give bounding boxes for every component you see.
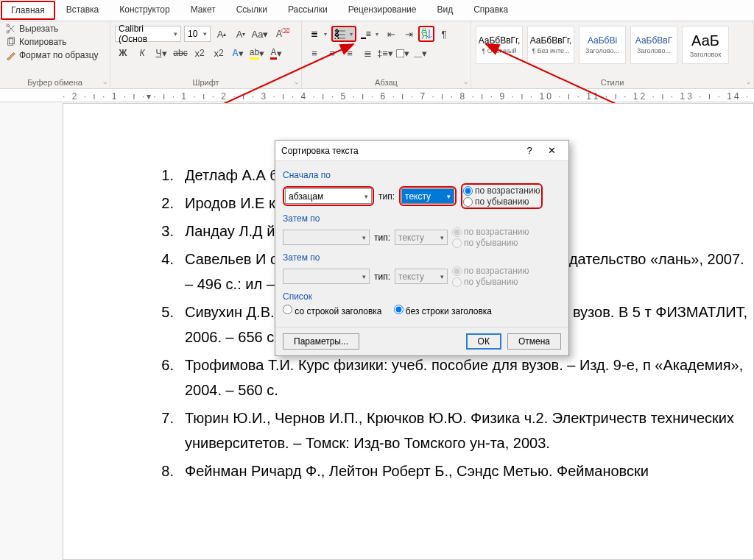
bold-button[interactable]: Ж xyxy=(115,45,131,61)
bullets-button[interactable]: ≣▾ xyxy=(306,26,330,42)
list-item[interactable]: Трофимова Т.И. Курс физики: учеб. пособи… xyxy=(141,352,753,403)
numbering-icon: 123 xyxy=(333,29,348,39)
clipboard-group-label: Буфер обмена xyxy=(4,78,105,88)
desc-radio-1[interactable]: по убыванию xyxy=(463,196,540,207)
format-label: Формат по образцу xyxy=(19,50,99,60)
text-effects-button[interactable]: A▾ xyxy=(230,45,246,61)
style-title[interactable]: АаБЗаголовок xyxy=(682,26,729,64)
asc-radio-1[interactable]: по возрастанию xyxy=(463,185,540,196)
type-label-2: тип: xyxy=(374,233,390,243)
highlight-button[interactable]: ab▾ xyxy=(249,45,265,61)
font-size-value: 10 xyxy=(188,29,197,39)
tab-refs[interactable]: Ссылки xyxy=(226,0,278,21)
clear-format-button[interactable]: A⌫ xyxy=(271,26,287,42)
show-marks-button[interactable]: ¶ xyxy=(436,26,452,42)
type-label-1: тип: xyxy=(378,191,395,202)
tab-design[interactable]: Конструктор xyxy=(109,0,180,21)
ribbon: Вырезать Копировать Формат по образцу Бу… xyxy=(0,21,754,89)
shading-button[interactable]: ▾ xyxy=(395,45,411,61)
then-by-label-2: Затем по xyxy=(283,252,561,263)
sort-field-1-combo[interactable]: абзацам▾ xyxy=(285,188,372,204)
list-item[interactable]: Тюрин Ю.И., Чернов И.П., Крючков Ю.Ю. Фи… xyxy=(141,405,753,456)
strike-button[interactable]: abc xyxy=(172,45,188,61)
chevron-down-icon: ▾ xyxy=(440,273,444,280)
font-name-combo[interactable]: Calibri (Основ▾ xyxy=(115,26,181,42)
line-spacing-button[interactable]: ‡≡▾ xyxy=(377,45,393,61)
asc-radio-3: по возрастанию xyxy=(452,266,529,276)
style-nospace[interactable]: АаБбВвГг,¶ Без инте... xyxy=(527,26,574,64)
sort-button[interactable]: АЯ xyxy=(418,26,434,42)
cancel-button[interactable]: Отмена xyxy=(507,333,561,350)
multilevel-icon: ‗≡ xyxy=(359,29,373,39)
tab-home[interactable]: Главная xyxy=(1,1,55,20)
ruler[interactable]: · 2 · ı · 1 · ı ·▾· ı · 1 · ı · 2 · ı · … xyxy=(0,89,754,102)
copy-label: Копировать xyxy=(19,37,67,47)
chevron-down-icon: ▾ xyxy=(440,234,444,241)
italic-button[interactable]: К xyxy=(134,45,150,61)
cut-button[interactable]: Вырезать xyxy=(4,23,105,35)
align-left-button[interactable]: ≡ xyxy=(306,45,323,61)
dialog-titlebar[interactable]: Сортировка текста ? ✕ xyxy=(275,141,568,161)
tab-view[interactable]: Вид xyxy=(426,0,463,21)
cut-label: Вырезать xyxy=(19,24,58,34)
shrink-font-button[interactable]: A▾ xyxy=(233,26,249,42)
chevron-down-icon: ▾ xyxy=(348,31,355,38)
styles-gallery[interactable]: АаБбВвГг,¶ Обычный АаБбВвГг,¶ Без инте..… xyxy=(476,23,749,64)
tab-insert[interactable]: Вставка xyxy=(56,0,110,21)
font-group-label: Шрифт xyxy=(115,78,297,88)
chevron-down-icon: ▾ xyxy=(174,30,177,38)
font-size-combo[interactable]: 10▾ xyxy=(184,26,211,42)
multilevel-button[interactable]: ‗≡▾ xyxy=(358,26,381,42)
chevron-down-icon: ▾ xyxy=(447,193,451,200)
tab-help[interactable]: Справка xyxy=(463,0,518,21)
bullets-icon: ≣ xyxy=(307,29,322,39)
svg-text:Я: Я xyxy=(421,31,428,40)
sort-field-3-combo: ▾ xyxy=(283,269,370,284)
sort-field-2-combo[interactable]: ▾ xyxy=(283,230,370,245)
brush-icon xyxy=(6,50,16,60)
format-painter-button[interactable]: Формат по образцу xyxy=(4,49,105,61)
subscript-button[interactable]: x2 xyxy=(191,45,208,61)
sort-dialog: Сортировка текста ? ✕ Сначала по абзацам… xyxy=(275,140,569,356)
close-button[interactable]: ✕ xyxy=(540,145,563,156)
style-h1[interactable]: АаБбВіЗаголово... xyxy=(579,26,626,64)
tab-mail[interactable]: Рассылки xyxy=(278,0,338,21)
sort-type-3-combo: тексту▾ xyxy=(395,269,448,284)
sort-icon: АЯ xyxy=(420,28,432,40)
style-h2[interactable]: АаБбВвГЗаголово... xyxy=(630,26,677,64)
ok-button[interactable]: ОК xyxy=(466,333,501,350)
superscript-button[interactable]: x2 xyxy=(211,45,227,61)
numbering-button[interactable]: 123▾ xyxy=(331,26,356,42)
paragraph-group-label: Абзац xyxy=(306,78,466,88)
align-center-button[interactable]: ≡ xyxy=(324,45,340,61)
copy-button[interactable]: Копировать xyxy=(4,36,105,48)
type-label-3: тип: xyxy=(374,272,390,282)
asc-radio-2: по возрастанию xyxy=(452,227,529,237)
outdent-button[interactable]: ⇤ xyxy=(383,26,399,42)
style-normal[interactable]: АаБбВвГг,¶ Обычный xyxy=(476,26,523,64)
first-by-label: Сначала по xyxy=(283,170,561,180)
params-button[interactable]: Параметры... xyxy=(283,333,359,350)
then-by-label-1: Затем по xyxy=(283,213,561,224)
copy-icon xyxy=(6,37,16,47)
with-header-radio[interactable]: со строкой заголовка xyxy=(283,305,382,316)
grow-font-button[interactable]: A▴ xyxy=(214,26,230,42)
change-case-button[interactable]: Aa▾ xyxy=(252,26,268,42)
sort-type-1-combo[interactable]: тексту▾ xyxy=(401,188,454,204)
scissors-icon xyxy=(6,24,16,34)
tab-layout[interactable]: Макет xyxy=(180,0,226,21)
list-item[interactable]: Фейнман Ричард Ф., Лейтон Роберт Б., Сэн… xyxy=(141,458,753,483)
underline-button[interactable]: Ч▾ xyxy=(153,45,169,61)
indent-button[interactable]: ⇥ xyxy=(401,26,417,42)
borders-button[interactable]: ▾ xyxy=(412,45,429,61)
tab-review[interactable]: Рецензирование xyxy=(338,0,427,21)
sort-type-2-combo[interactable]: тексту▾ xyxy=(395,230,448,245)
dialog-title: Сортировка текста xyxy=(281,146,518,156)
justify-button[interactable]: ≣ xyxy=(359,45,376,61)
chevron-down-icon: ▾ xyxy=(364,193,368,200)
ruler-scale: · 2 · ı · 1 · ı ·▾· ı · 1 · ı · 2 · ı · … xyxy=(63,89,754,102)
without-header-radio[interactable]: без строки заголовка xyxy=(394,305,493,316)
font-color-button[interactable]: A▾ xyxy=(268,45,284,61)
help-button[interactable]: ? xyxy=(518,145,540,156)
align-right-button[interactable]: ≡ xyxy=(342,45,358,61)
